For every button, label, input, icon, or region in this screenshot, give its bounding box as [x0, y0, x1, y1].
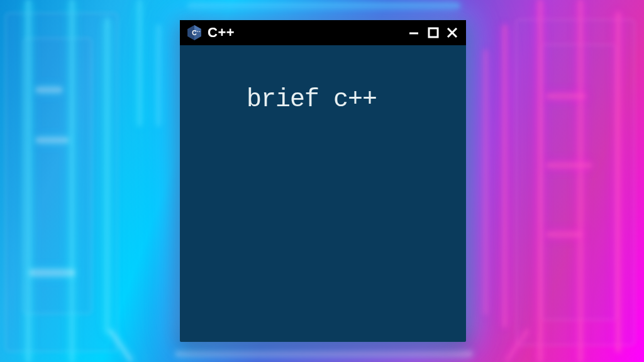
terminal-output-line: brief c++ — [247, 85, 377, 114]
svg-rect-7 — [429, 28, 438, 37]
cpp-icon: C + + — [186, 25, 203, 41]
close-button[interactable] — [445, 25, 460, 40]
svg-text:C: C — [192, 30, 197, 36]
maximize-button[interactable] — [426, 25, 441, 40]
titlebar[interactable]: C + + C++ — [180, 20, 466, 45]
app-window: C + + C++ brief c++ — [180, 20, 466, 342]
terminal-content[interactable]: brief c++ — [180, 45, 466, 155]
window-controls — [407, 25, 460, 40]
window-title: C++ — [208, 25, 407, 41]
minimize-button[interactable] — [407, 25, 422, 40]
